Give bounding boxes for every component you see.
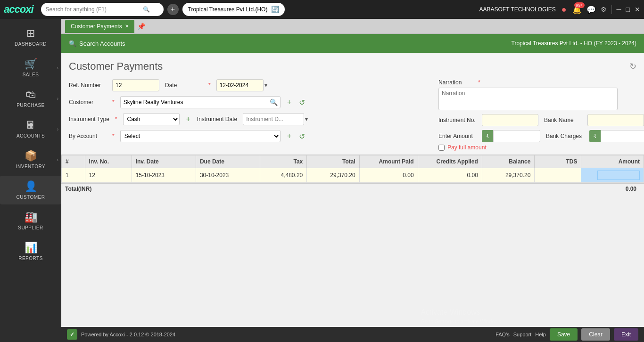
sidebar-item-accounts[interactable]: 🖩 ACCOUNTS › — [0, 114, 61, 143]
search-icon[interactable]: 🔍 — [143, 6, 150, 13]
statusbar-right: FAQ's Support Help Save Clear Exit — [495, 328, 638, 341]
save-button[interactable]: Save — [550, 328, 578, 341]
company-selector[interactable]: Tropical Treasures Pvt Ltd.(HO) 🔄 — [182, 3, 285, 16]
ref-number-input[interactable] — [112, 79, 159, 91]
cell-inv-date: 15-10-2023 — [132, 168, 196, 183]
sidebar-label-accounts: ACCOUNTS — [17, 133, 45, 138]
amount-cell-input[interactable] — [597, 171, 640, 180]
customer-input-wrap: 🔍 — [120, 96, 281, 108]
pay-full-checkbox[interactable] — [438, 145, 445, 151]
instrument-type-required: * — [115, 116, 117, 122]
powered-by-label: Powered by Accoxi - 2.0.12 © 2018-2024 — [81, 332, 175, 337]
user-avatar[interactable]: ● — [561, 5, 567, 15]
search-accounts-btn[interactable]: 🔍 Search Accounts — [69, 40, 125, 47]
tab-pin-icon[interactable]: 📌 — [137, 23, 145, 30]
sidebar-item-inventory[interactable]: 📦 INVENTORY › — [0, 145, 61, 174]
cell-tax: 4,480.20 — [260, 168, 307, 183]
instrument-date-input[interactable] — [243, 113, 304, 125]
date-input[interactable] — [216, 79, 264, 91]
add-button[interactable]: + — [167, 4, 179, 15]
dashboard-icon: ⊞ — [26, 27, 35, 40]
bank-charges-rupee-btn[interactable]: ₹ — [589, 130, 601, 142]
instrument-add-button[interactable]: + — [185, 115, 191, 123]
instrument-date-dropdown-icon[interactable]: ▾ — [305, 116, 308, 122]
search-accounts-label: Search Accounts — [79, 40, 125, 47]
narration-required: * — [478, 79, 480, 86]
settings-icon[interactable]: ⚙ — [601, 6, 607, 13]
narration-label: Narration — [438, 79, 476, 86]
topbar: accoxi 🔍 + Tropical Treasures Pvt Ltd.(H… — [0, 0, 644, 19]
search-bar[interactable]: 🔍 — [41, 3, 164, 16]
page-title: Customer Payments — [69, 60, 163, 73]
sidebar-item-customer[interactable]: 👤 CUSTOMER — [0, 176, 61, 204]
refresh-icon[interactable]: 🔄 — [271, 6, 279, 13]
by-account-required: * — [112, 133, 115, 139]
by-account-refresh-button[interactable]: ↺ — [298, 132, 306, 141]
cell-due-date: 30-10-2023 — [196, 168, 260, 183]
customer-search-icon[interactable]: 🔍 — [270, 98, 278, 106]
customer-refresh-button[interactable]: ↺ — [298, 98, 306, 107]
form-title-row: Customer Payments ↻ — [69, 60, 636, 73]
bank-charges-input[interactable] — [601, 130, 644, 142]
faqs-link[interactable]: FAQ's — [495, 332, 510, 337]
minimize-icon[interactable]: ─ — [617, 6, 621, 13]
topbar-company: AABASOFT TECHNOLOGIES — [479, 6, 555, 13]
exit-button[interactable]: Exit — [614, 328, 638, 341]
bank-charges-wrap: ₹ — [589, 130, 644, 142]
instrument-no-input[interactable] — [482, 114, 538, 126]
form-left-col: Ref. Number Date * ▾ Customer — [69, 79, 427, 151]
support-link[interactable]: Support — [513, 332, 532, 337]
total-amount: 0.00 — [593, 186, 640, 192]
enter-amount-rupee-btn[interactable]: ₹ — [482, 130, 493, 142]
maximize-icon[interactable]: □ — [626, 6, 630, 13]
sidebar-item-supplier[interactable]: 🏭 SUPPLIER — [0, 206, 61, 235]
enter-amount-wrap: ₹ — [482, 130, 540, 142]
sidebar-label-customer: CUSTOMER — [16, 195, 45, 200]
sidebar-item-sales[interactable]: 🛒 SALES › — [0, 53, 61, 82]
tab-customer-payments[interactable]: Customer Payments ✕ — [65, 20, 134, 33]
tab-close-icon[interactable]: ✕ — [125, 24, 129, 29]
narration-textarea[interactable] — [438, 88, 618, 110]
col-header-num: # — [62, 155, 85, 168]
instrument-no-label: Instrument No. — [438, 117, 476, 123]
statusbar-left: ✓ Powered by Accoxi - 2.0.12 © 2018-2024 — [67, 329, 175, 340]
bank-name-label: Bank Name — [544, 117, 582, 123]
form-refresh-icon[interactable]: ↻ — [629, 61, 636, 72]
col-header-total: Total — [307, 155, 359, 168]
clear-button[interactable]: Clear — [581, 328, 610, 341]
cell-total: 29,370.20 — [307, 168, 359, 183]
sidebar-item-dashboard[interactable]: ⊞ DASHBOARD — [0, 23, 61, 51]
cell-amount[interactable] — [581, 168, 644, 183]
by-account-label: By Account — [69, 133, 107, 139]
bank-name-input[interactable] — [587, 114, 644, 126]
sidebar-item-purchase[interactable]: 🛍 PURCHASE › — [0, 84, 61, 113]
instrument-type-label: Instrument Type — [69, 116, 109, 122]
instrument-date-label: Instrument Date — [197, 116, 237, 122]
cell-num: 1 — [62, 168, 85, 183]
close-app-icon[interactable]: ✕ — [635, 6, 640, 13]
inventory-arrow-icon: › — [57, 157, 58, 162]
customer-add-button[interactable]: + — [286, 98, 292, 106]
sidebar-item-reports[interactable]: 📊 REPORTS — [0, 237, 61, 266]
customer-input[interactable] — [120, 96, 281, 108]
search-input[interactable] — [46, 6, 140, 13]
instrument-type-select[interactable]: Cash Cheque DD NEFT RTGS — [123, 113, 180, 125]
content-area: 🔍 Search Accounts Tropical Treasures Pvt… — [61, 34, 644, 327]
invoices-table: # Inv. No. Inv. Date Due Date Tax Total … — [61, 155, 644, 183]
enter-amount-input[interactable] — [493, 130, 540, 142]
col-header-amount: Amount — [581, 155, 644, 168]
by-account-add-button[interactable]: + — [286, 132, 292, 140]
col-header-credits-applied: Credits Applied — [418, 155, 482, 168]
message-icon[interactable]: 💬 — [586, 5, 596, 14]
narration-area: Narration * — [438, 79, 636, 110]
help-link[interactable]: Help — [535, 332, 546, 337]
total-label: Total(INR) — [65, 186, 140, 192]
main-layout: ⊞ DASHBOARD 🛒 SALES › 🛍 PURCHASE › 🖩 ACC… — [0, 19, 644, 342]
amount-charges-row: Enter Amount ₹ Bank Charges ₹ — [438, 130, 636, 142]
table-header-row: # Inv. No. Inv. Date Due Date Tax Total … — [62, 155, 644, 168]
date-dropdown-icon[interactable]: ▾ — [264, 82, 267, 89]
green-header: 🔍 Search Accounts Tropical Treasures Pvt… — [61, 34, 644, 53]
ref-number-label: Ref. Number — [69, 82, 107, 89]
notification-bell[interactable]: 🔔99+ — [572, 5, 582, 14]
by-account-select[interactable]: Select — [120, 130, 281, 142]
